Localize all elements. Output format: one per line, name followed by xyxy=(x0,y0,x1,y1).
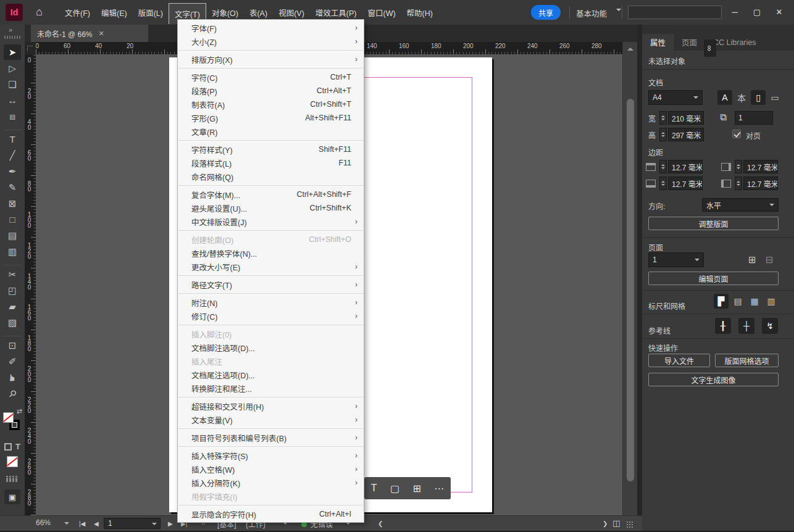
menu-item[interactable]: 复合字体(M)... Ctrl+Alt+Shift+F › xyxy=(178,188,364,201)
menu-item[interactable]: 转换脚注和尾注... › xyxy=(178,381,364,395)
menu-item[interactable]: 字体(F) › xyxy=(178,21,364,35)
panel-tab[interactable]: 属性 xyxy=(642,34,674,51)
zoom-level[interactable]: 66% xyxy=(36,518,51,527)
menu-item[interactable]: 插入空格(W) › xyxy=(178,462,364,476)
share-button[interactable]: 共享 xyxy=(531,5,561,20)
menu-item[interactable]: 创建轮廓(O) Ctrl+Shift+O › xyxy=(178,233,364,246)
zoom-chevron-icon[interactable] xyxy=(64,522,69,527)
hand-tool[interactable]: ☛ xyxy=(4,370,21,385)
adjust-layout-button[interactable]: 调整版面 xyxy=(648,217,779,230)
swap-fill-stroke-icon[interactable]: ⇄ xyxy=(17,407,22,415)
line-tool[interactable]: ╱ xyxy=(4,148,21,163)
horizontal-grid-tool[interactable]: ▤ xyxy=(4,228,21,243)
formatting-affects-text-icon[interactable]: T xyxy=(15,442,20,451)
type-tool[interactable]: T xyxy=(4,130,21,147)
landscape-orientation-icon[interactable]: ▭ xyxy=(767,90,782,105)
page-icon[interactable]: ▢ xyxy=(390,483,399,494)
page-tool[interactable]: ❏ xyxy=(4,77,21,92)
height-field[interactable]: 297 毫米 xyxy=(668,128,704,141)
content-collector-tool[interactable]: ⧈ xyxy=(4,109,21,124)
menu-item[interactable]: › xyxy=(178,505,363,505)
scroll-right-icon[interactable]: ❯ xyxy=(603,520,608,527)
free-transform-tool[interactable]: ◰ xyxy=(4,283,21,298)
menu-item[interactable]: 文章(R) › xyxy=(178,125,364,138)
menu-item[interactable]: › xyxy=(178,275,363,276)
resize-grip[interactable] xyxy=(626,521,634,529)
frame-tool[interactable]: ⊠ xyxy=(4,196,21,211)
selection-tool[interactable]: ➤ xyxy=(4,44,21,60)
close-button[interactable]: ✕ xyxy=(768,0,790,23)
menu-item[interactable]: 插入尾注 › xyxy=(178,354,364,368)
document-tab[interactable]: 未命名-1 @ 66% ✕ xyxy=(31,25,148,42)
direction-select[interactable]: 水平 xyxy=(702,198,779,212)
document-grid-icon[interactable]: ▦ xyxy=(747,294,762,309)
menu-item[interactable]: 查找/替换字体(N)... › xyxy=(178,246,364,260)
menu-item[interactable]: 制表符(A) Ctrl+Shift+T › xyxy=(178,98,364,111)
home-icon[interactable]: ⌂ xyxy=(36,6,43,19)
direct-selection-tool[interactable]: ▷ xyxy=(4,60,21,76)
menu-item[interactable]: 插入特殊字符(S) › xyxy=(178,449,364,462)
gap-tool[interactable]: ↔ xyxy=(4,93,21,108)
fill-color-swatch[interactable] xyxy=(3,412,14,423)
link-margins-button[interactable]: ∞ xyxy=(704,39,716,57)
chevron-down-icon[interactable] xyxy=(346,522,351,527)
page-size-select[interactable]: A4 xyxy=(648,90,703,105)
menu-item[interactable]: 项目符号列表和编号列表(B) › xyxy=(178,431,364,444)
menu-item[interactable]: 字形(G) Alt+Shift+F11 › xyxy=(178,111,364,125)
delete-page-icon[interactable]: ⊟ xyxy=(766,254,774,265)
menu-item[interactable]: › xyxy=(178,428,363,429)
menu-item[interactable]: › xyxy=(178,185,363,186)
margin-bottom-stepper[interactable] xyxy=(659,177,667,190)
horizontal-text-icon[interactable]: A xyxy=(717,90,732,105)
smart-guides-icon[interactable]: ↯ xyxy=(762,318,778,334)
tools-grip[interactable] xyxy=(4,36,20,39)
margin-inside-field[interactable]: 12.7 毫米 xyxy=(743,160,778,173)
first-page-icon[interactable]: |◀ xyxy=(79,520,85,527)
menubar-item[interactable]: 窗口(W) xyxy=(362,0,401,25)
screen-mode-button[interactable]: ▣ xyxy=(4,489,20,504)
collapse-tools-icon[interactable]: » xyxy=(9,26,12,33)
prev-page-icon[interactable]: ◀ xyxy=(94,520,99,527)
import-file-button[interactable]: 导入文件 xyxy=(648,354,710,367)
show-guides-icon[interactable]: ╂ xyxy=(715,318,731,334)
menubar-item[interactable]: 版面(L) xyxy=(133,0,169,25)
gradient-feather-tool[interactable]: ▨ xyxy=(4,315,21,330)
margin-outside-field[interactable]: 12.7 毫米 xyxy=(743,177,778,190)
apply-color-icon[interactable] xyxy=(6,476,19,482)
menu-item[interactable]: 段落(P) Ctrl+Alt+T › xyxy=(178,84,364,98)
scroll-up-icon[interactable] xyxy=(627,44,633,51)
pen-tool[interactable]: ✒ xyxy=(4,164,21,179)
menu-item[interactable]: 字符样式(Y) Shift+F11 › xyxy=(178,143,364,156)
menu-item[interactable]: 命名网格(Q) › xyxy=(178,170,364,183)
width-field[interactable]: 210 毫米 xyxy=(668,111,704,125)
close-tab-icon[interactable]: ✕ xyxy=(99,30,104,38)
panel-tab[interactable]: 页面 xyxy=(674,34,705,51)
more-options-icon[interactable]: ⋯ xyxy=(434,483,444,494)
menubar-item[interactable]: 编辑(E) xyxy=(96,0,133,25)
menu-item[interactable]: 插入分隔符(K) › xyxy=(178,476,364,489)
menu-item[interactable]: 插入脚注(0) › xyxy=(178,327,364,341)
menu-item[interactable]: 段落样式(L) F11 › xyxy=(178,156,364,170)
rectangle-tool[interactable]: □ xyxy=(4,212,21,227)
text-to-image-button[interactable]: 文字生成图像 xyxy=(648,373,779,386)
formatting-affects-container-icon[interactable] xyxy=(4,443,12,451)
margin-top-field[interactable]: 12.7 毫米 xyxy=(668,160,703,173)
vertical-ruler[interactable]: 020406080100120140160180200220240260280 xyxy=(25,54,36,515)
menu-item[interactable]: 中文排版设置(J) › xyxy=(178,215,364,228)
lock-guides-icon[interactable]: ┼ xyxy=(738,318,754,334)
workspace-switcher[interactable]: 基本功能 xyxy=(576,7,607,19)
eyedropper-tool[interactable]: ✐ xyxy=(4,354,21,369)
menu-item[interactable]: › xyxy=(178,446,363,447)
margin-top-stepper[interactable] xyxy=(659,160,667,173)
spread-view-icon[interactable]: ◫ xyxy=(612,518,620,528)
portrait-orientation-icon[interactable]: ▯ xyxy=(751,90,766,105)
menu-item[interactable]: 文档脚注选项(D)... › xyxy=(178,341,364,354)
menu-item[interactable]: 用假字填充(I) › xyxy=(178,489,364,503)
zoom-tool[interactable]: ⚲ xyxy=(4,386,21,401)
menu-item[interactable]: 排版方向(X) › xyxy=(178,52,364,66)
menu-item[interactable]: 路径文字(T) › xyxy=(178,278,364,291)
menu-item[interactable]: › xyxy=(178,140,363,141)
pages-count-field[interactable]: 1 xyxy=(735,111,773,125)
add-page-icon[interactable]: ⊞ xyxy=(412,483,420,494)
menu-item[interactable]: 显示隐含的字符(H) Ctrl+Alt+I › xyxy=(178,507,364,521)
